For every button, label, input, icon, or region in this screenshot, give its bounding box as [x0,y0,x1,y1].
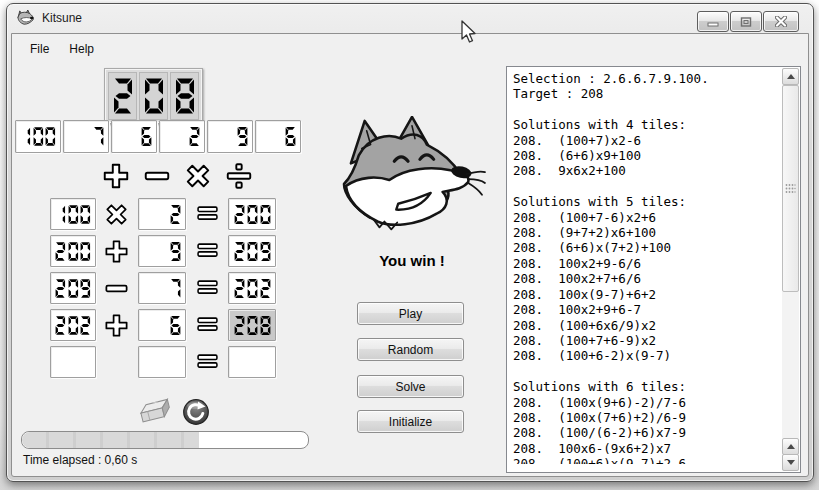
operand-left[interactable] [50,235,96,267]
operand-middle[interactable] [138,346,186,378]
equals-sign [194,202,221,226]
close-button[interactable] [763,11,799,32]
row-result[interactable] [228,235,276,267]
equals-sign [194,350,221,374]
times-icon[interactable] [183,161,213,191]
row-operator[interactable] [103,312,130,339]
scrollbar-thumb[interactable] [782,85,799,292]
equals-sign [194,313,221,337]
time-elapsed-label: Time elapsed : 0,60 s [23,453,137,467]
minus-icon[interactable] [142,161,172,191]
solutions-text: Selection : 2.6.6.7.9.100. Target : 208 … [507,67,782,464]
operand-left[interactable] [50,309,96,341]
times-icon [103,201,130,228]
minimize-button[interactable] [697,11,729,32]
tools-row [134,397,210,427]
thumb-grip-icon [785,183,796,195]
equals-icon [194,313,221,337]
tile-3[interactable] [111,120,157,153]
app-fox-icon [17,10,35,26]
plus-icon [103,238,130,265]
row-operator[interactable] [103,201,130,228]
operator-palette [101,161,254,191]
solve-button[interactable]: Solve [357,375,464,398]
progress-fill [22,432,199,448]
minus-icon [103,275,130,302]
tile-6[interactable] [255,120,301,153]
equals-icon [194,276,221,300]
row-result[interactable] [228,272,276,304]
target-display [104,68,203,124]
solutions-panel[interactable]: Selection : 2.6.6.7.9.100. Target : 208 … [506,66,801,473]
initialize-button[interactable]: Initialize [357,410,464,433]
scroll-up-button[interactable] [782,68,799,85]
row-result[interactable] [228,309,276,341]
plus-icon [103,312,130,339]
plus-icon[interactable] [101,161,131,191]
equals-icon [194,239,221,263]
title-bar[interactable]: Kitsune [7,4,813,32]
equals-icon [194,350,221,374]
arrow-up-icon [787,444,795,449]
operand-left[interactable] [50,346,96,378]
operand-left[interactable] [50,198,96,230]
equals-icon [194,202,221,226]
operand-middle[interactable] [138,309,186,341]
tile-1[interactable] [15,120,61,153]
minimize-icon [707,17,719,27]
mouse-cursor [460,20,478,46]
target-digit-cell [170,72,199,120]
win-message: You win ! [342,252,482,269]
fox-image [338,116,488,254]
row-result[interactable] [228,198,276,230]
play-button[interactable]: Play [357,302,464,325]
solutions-scrollbar[interactable] [782,68,799,471]
tile-2[interactable] [63,120,109,153]
tiles-row [15,120,301,153]
scroll-down-button[interactable] [782,454,799,471]
divide-icon[interactable] [224,161,254,191]
client-area: FileHelp [11,33,809,477]
menu-item-file[interactable]: File [20,38,59,60]
operand-middle[interactable] [138,235,186,267]
equals-sign [194,276,221,300]
maximize-button[interactable] [730,11,762,32]
tile-4[interactable] [159,120,205,153]
operand-left[interactable] [50,272,96,304]
content-area: Time elapsed : 0,60 s [12,64,808,476]
row-operator[interactable] [103,275,130,302]
eraser-icon[interactable] [134,397,176,427]
caption-buttons [696,11,799,32]
operand-middle[interactable] [138,198,186,230]
menu-item-help[interactable]: Help [59,38,104,60]
maximize-icon [740,17,752,27]
close-icon [775,16,787,27]
equals-sign [194,239,221,263]
app-window: Kitsune FileHelp [6,3,814,482]
redo-icon[interactable] [182,398,210,426]
arrow-up-icon [787,74,795,79]
row-result[interactable] [228,346,276,378]
operand-middle[interactable] [138,272,186,304]
progress-bar [21,431,309,449]
window-title: Kitsune [42,11,82,25]
random-button[interactable]: Random [357,338,464,361]
row-operator[interactable] [103,238,130,265]
target-digit-cell [139,72,168,120]
arrow-down-icon [787,460,795,465]
tile-5[interactable] [207,120,253,153]
scroll-up-button-2[interactable] [782,438,799,455]
target-digit-cell [108,72,137,120]
menu-bar: FileHelp [12,34,808,64]
